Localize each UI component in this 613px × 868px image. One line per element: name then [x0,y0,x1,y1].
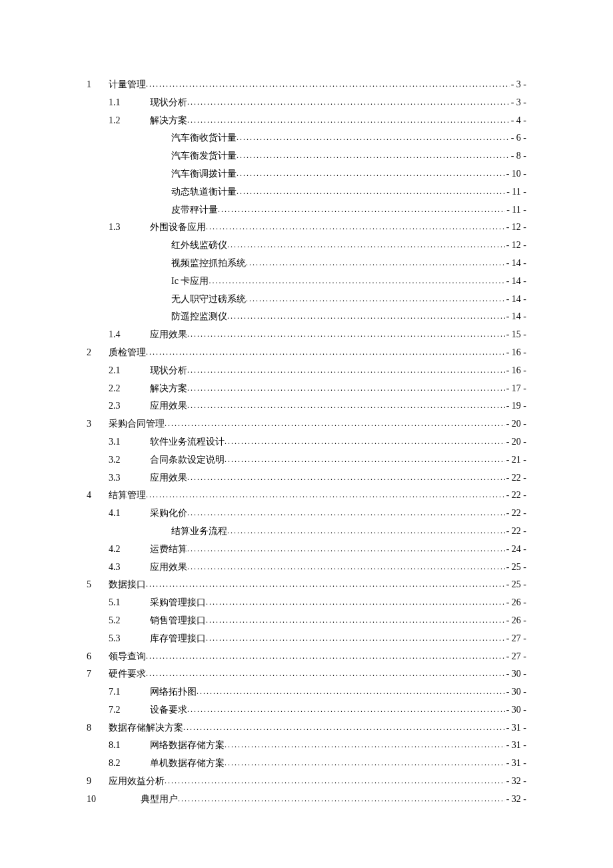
toc-number: 2.1 [109,363,150,379]
toc-page-number: - 30 - [505,702,526,718]
toc-leader-dots [187,363,505,377]
toc-entry: 8.2单机数据存储方案- 31 - [87,755,526,771]
toc-leader-dots [187,95,510,109]
toc-page-number: - 17 - [505,381,526,397]
toc-entry: 1.3外围设备应用- 12 - [87,219,526,235]
toc-title: 质检管理 [109,345,146,361]
toc-entry: 8.1网络数据存储方案- 31 - [87,737,526,753]
toc-entry: 2.1现状分析- 16 - [87,363,526,379]
toc-number: 4 [87,487,109,503]
toc-title: 动态轨道衡计量 [171,184,237,200]
toc-leader-dots [206,631,505,645]
toc-title: 设备要求 [150,702,187,718]
toc-title: 解决方案 [150,113,187,129]
toc-page-number: - 22 - [505,470,526,486]
toc-title: 领导查询 [109,649,146,665]
toc-entry: 4.3应用效果- 25 - [87,559,526,575]
toc-page-number: - 20 - [505,416,526,432]
toc-title: 结算管理 [109,487,146,503]
toc-page-number: - 3 - [510,77,526,93]
toc-page-number: - 16 - [505,363,526,379]
toc-title: 结算业务流程 [171,523,227,539]
toc-number: 3.3 [109,470,150,486]
toc-number: 5.1 [109,595,150,611]
toc-leader-dots [227,524,505,537]
toc-leader-dots [225,738,505,751]
toc-page-number: - 30 - [505,666,526,682]
toc-page-number: - 27 - [505,649,526,665]
toc-number: 4.2 [109,541,150,557]
toc-title: 汽车衡调拨计量 [171,166,237,182]
toc-title: 无人职守过磅系统 [171,291,246,307]
toc-entry: 4.1采购化价- 22 - [87,505,526,521]
toc-leader-dots [187,399,505,412]
toc-entry: 3采购合同管理- 20 - [87,416,526,432]
toc-number: 1 [87,77,109,93]
toc-leader-dots [187,506,505,519]
toc-number: 8 [87,720,109,736]
toc-number: 4.1 [109,505,150,521]
toc-page-number: - 22 - [505,505,526,521]
toc-leader-dots [206,595,505,609]
toc-leader-dots [246,292,505,305]
toc-title: 应用效果 [150,398,187,414]
toc-number: 3 [87,416,109,432]
toc-entry: 皮带秤计量- 11 - [87,202,526,218]
toc-title: Ic 卡应用 [171,273,209,289]
toc-title: 数据存储解决方案 [109,720,183,736]
toc-entry: 10典型用户- 32 - [87,791,526,807]
toc-leader-dots [218,203,505,216]
toc-entry: 无人职守过磅系统- 14 - [87,291,526,307]
toc-entry: 7.1网络拓扑图- 30 - [87,684,526,700]
toc-entry: 1计量管理- 3 - [87,77,526,93]
toc-page-number: - 30 - [505,684,526,700]
toc-entry: 汽车衡收货计量- 6 - [87,130,526,146]
toc-title: 采购合同管理 [109,416,165,432]
toc-leader-dots [146,649,505,663]
toc-leader-dots [146,488,505,501]
toc-leader-dots [165,774,505,787]
toc-number: 7.1 [109,684,150,700]
toc-entry: 3.2合同条款设定说明- 21 - [87,452,526,468]
toc-title: 硬件要求 [109,666,146,682]
toc-page-number: - 12 - [505,237,526,253]
toc-title: 应用效果 [150,470,187,486]
toc-title: 现状分析 [150,95,187,111]
toc-page-number: - 14 - [505,291,526,307]
toc-entry: 1.1现状分析- 3 - [87,95,526,111]
toc-number: 5.3 [109,631,150,647]
toc-entry: 汽车衡调拨计量- 10 - [87,166,526,182]
toc-title: 销售管理接口 [150,613,206,629]
toc-title: 外围设备应用 [150,219,206,235]
toc-leader-dots [187,471,505,484]
toc-page-number: - 6 - [510,130,526,146]
toc-leader-dots [146,77,510,91]
toc-entry: 红外线监磅仪- 12 - [87,237,526,253]
toc-number: 3.2 [109,452,150,468]
toc-title: 应用效益分析 [109,773,165,789]
toc-title: 解决方案 [150,381,187,397]
toc-leader-dots [225,453,505,466]
toc-leader-dots [237,167,505,180]
toc-entry: 结算业务流程- 22 - [87,523,526,539]
toc-entry: 3.3应用效果- 22 - [87,470,526,486]
toc-number: 8.1 [109,737,150,753]
toc-number: 7.2 [109,702,150,718]
toc-leader-dots [178,792,505,805]
toc-leader-dots [146,667,505,680]
toc-page-number: - 32 - [505,773,526,789]
toc-title: 皮带秤计量 [171,202,218,218]
toc-number: 2.3 [109,398,150,414]
toc-title: 视频监控抓拍系统 [171,255,246,271]
toc-entry: 2质检管理- 16 - [87,345,526,361]
toc-page-number: - 14 - [505,255,526,271]
toc-entry: 视频监控抓拍系统- 14 - [87,255,526,271]
toc-entry: 2.2解决方案- 17 - [87,381,526,397]
toc-title: 红外线监磅仪 [171,237,227,253]
toc-entry: 1.2解决方案- 4 - [87,113,526,129]
toc-page-number: - 26 - [505,613,526,629]
toc-page-number: - 12 - [505,219,526,235]
toc-page-number: - 11 - [505,184,526,200]
toc-number: 1.4 [109,327,150,343]
toc-page-number: - 27 - [505,631,526,647]
